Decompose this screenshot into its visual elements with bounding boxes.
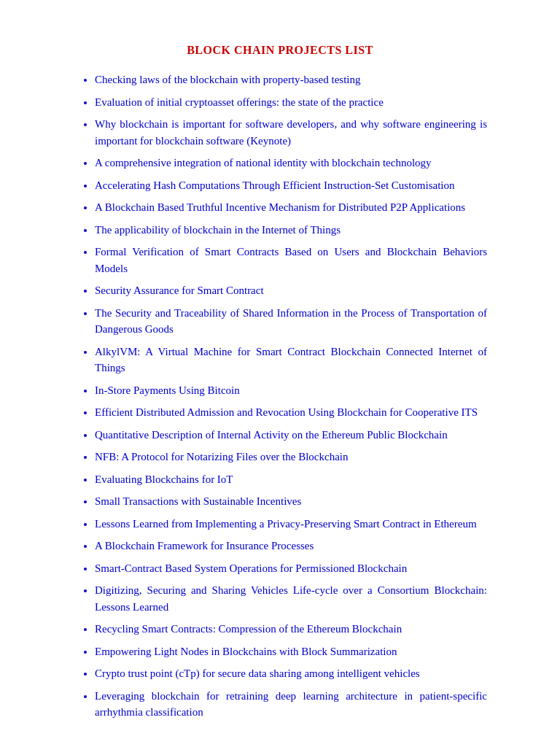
page-title: BLOCK CHAIN PROJECTS LIST [73,44,487,57]
list-item: AlkylVM: A Virtual Machine for Smart Con… [95,344,487,376]
projects-list: Checking laws of the blockchain with pro… [73,71,487,721]
list-item: Security Assurance for Smart Contract [95,282,487,299]
list-item: Empowering Light Nodes in Blockchains wi… [95,643,487,660]
list-item: Formal Verification of Smart Contracts B… [95,244,487,276]
list-item: NFB: A Protocol for Notarizing Files ove… [95,449,487,465]
list-item: Crypto trust point (cTp) for secure data… [95,665,487,682]
list-item: Checking laws of the blockchain with pro… [95,71,487,88]
list-item: A Blockchain Framework for Insurance Pro… [95,538,487,554]
list-item: Digitizing, Securing and Sharing Vehicle… [95,582,487,615]
list-item: In-Store Payments Using Bitcoin [95,382,487,399]
list-item: Evaluating Blockchains for IoT [95,471,487,488]
list-item: Accelerating Hash Computations Through E… [95,177,487,194]
list-item: The applicability of blockchain in the I… [95,222,487,239]
list-item: Efficient Distributed Admission and Revo… [95,404,487,421]
list-item: Leveraging blockchain for retraining dee… [95,688,487,721]
list-item: Lessons Learned from Implementing a Priv… [95,516,487,533]
list-item: Quantitative Description of Internal Act… [95,427,487,444]
list-item: A comprehensive integration of national … [95,155,487,171]
list-item: A Blockchain Based Truthful Incentive Me… [95,199,487,216]
list-item: Why blockchain is important for software… [95,116,487,149]
list-item: Evaluation of initial cryptoasset offeri… [95,94,487,111]
list-item: Small Transactions with Sustainable Ince… [95,493,487,510]
list-item: The Security and Traceability of Shared … [95,305,487,338]
list-item: Smart-Contract Based System Operations f… [95,560,487,577]
list-item: Recycling Smart Contracts: Compression o… [95,621,487,638]
